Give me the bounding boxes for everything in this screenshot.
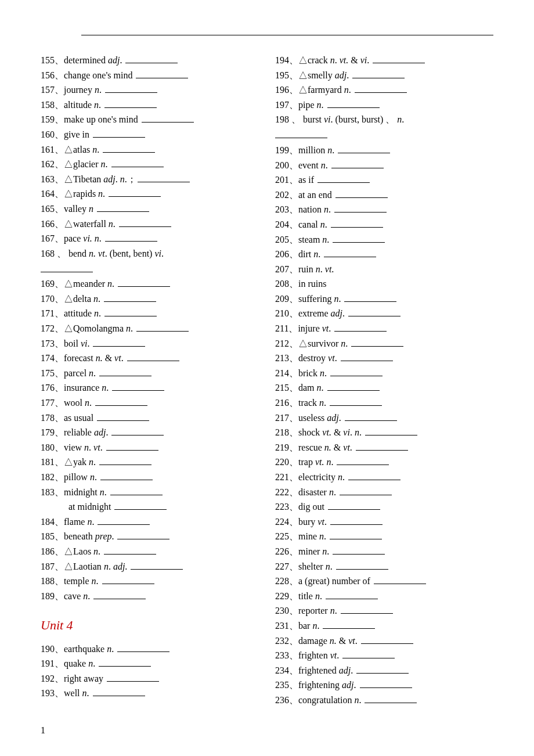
fill-blank[interactable] <box>275 129 327 138</box>
fill-blank[interactable] <box>119 218 171 226</box>
fill-blank[interactable] <box>351 337 403 346</box>
fill-blank[interactable] <box>330 367 383 376</box>
fill-blank[interactable] <box>334 204 387 213</box>
entry-number: 218、 <box>275 427 298 437</box>
fill-blank[interactable] <box>356 664 409 673</box>
fill-blank[interactable] <box>95 397 147 406</box>
fill-blank[interactable] <box>100 471 153 480</box>
fill-blank[interactable] <box>317 174 370 183</box>
fill-blank[interactable] <box>330 516 383 524</box>
fill-blank[interactable] <box>97 203 149 212</box>
fill-blank[interactable] <box>341 352 393 361</box>
fill-blank[interactable] <box>356 441 408 450</box>
fill-blank[interactable] <box>93 337 145 346</box>
part-of-speech: n <box>92 576 96 586</box>
fill-blank[interactable] <box>344 293 396 302</box>
fill-blank[interactable] <box>340 486 392 495</box>
fill-blank[interactable] <box>107 672 159 681</box>
fill-blank[interactable] <box>41 263 93 272</box>
fill-blank[interactable] <box>127 352 179 361</box>
entry-text: . <box>345 339 350 348</box>
fill-blank[interactable] <box>105 233 157 242</box>
fill-blank[interactable] <box>106 441 158 450</box>
fill-blank[interactable] <box>330 531 382 539</box>
entry-number: 216、 <box>275 398 298 408</box>
part-of-speech: vt. <box>340 55 351 65</box>
fill-blank[interactable] <box>352 69 405 78</box>
fill-blank[interactable] <box>93 129 145 138</box>
fill-blank[interactable] <box>102 575 154 584</box>
fill-blank[interactable] <box>361 635 413 643</box>
fill-blank[interactable] <box>331 159 384 168</box>
entry-number: 232、 <box>275 636 298 646</box>
fill-blank[interactable] <box>93 687 145 696</box>
fill-blank[interactable] <box>360 679 412 688</box>
fill-blank[interactable] <box>138 173 190 182</box>
fill-blank[interactable] <box>374 575 426 584</box>
fill-blank[interactable] <box>125 55 178 63</box>
entry-number: 192、 <box>41 674 64 683</box>
fill-blank[interactable] <box>131 560 183 569</box>
fill-blank[interactable] <box>365 694 417 703</box>
fill-blank[interactable] <box>328 501 380 510</box>
fill-blank[interactable] <box>104 546 156 555</box>
fill-blank[interactable] <box>97 412 149 420</box>
fill-blank[interactable] <box>99 456 151 465</box>
entry-text: . <box>327 546 331 556</box>
fill-blank[interactable] <box>111 159 164 167</box>
fill-blank[interactable] <box>93 590 146 599</box>
fill-blank[interactable] <box>109 188 161 197</box>
fill-blank[interactable] <box>324 249 376 257</box>
fill-blank[interactable] <box>142 114 194 123</box>
fill-blank[interactable] <box>105 84 157 93</box>
fill-blank[interactable] <box>111 427 164 435</box>
fill-blank[interactable] <box>345 412 397 420</box>
fill-blank[interactable] <box>99 367 151 376</box>
vocab-entry: 199、million n. <box>275 143 493 158</box>
fill-blank[interactable] <box>365 427 417 435</box>
fill-blank[interactable] <box>104 99 157 107</box>
entry-number: 198 、 <box>275 114 303 124</box>
fill-blank[interactable] <box>333 233 385 242</box>
fill-blank[interactable] <box>330 397 382 406</box>
fill-blank[interactable] <box>348 471 400 480</box>
fill-blank[interactable] <box>99 658 151 667</box>
fill-blank[interactable] <box>338 145 390 153</box>
entry-number: 203、 <box>275 204 298 214</box>
entry-number: 190、 <box>41 644 64 654</box>
fill-blank[interactable] <box>136 323 189 332</box>
fill-blank[interactable] <box>355 84 407 93</box>
fill-blank[interactable] <box>323 620 375 629</box>
entry-number: 228、 <box>275 576 298 586</box>
entry-text: as if <box>298 175 316 185</box>
fill-blank[interactable] <box>342 650 395 658</box>
fill-blank[interactable] <box>331 219 383 228</box>
fill-blank[interactable] <box>112 382 164 391</box>
fill-blank[interactable] <box>341 605 393 614</box>
fill-blank[interactable] <box>104 308 157 316</box>
fill-blank[interactable] <box>336 560 388 569</box>
fill-blank[interactable] <box>334 323 387 332</box>
fill-blank[interactable] <box>114 501 167 510</box>
fill-blank[interactable] <box>117 643 169 651</box>
entry-text: steam <box>298 235 322 244</box>
fill-blank[interactable] <box>110 486 163 495</box>
unit-header: Unit 4 <box>41 615 259 635</box>
fill-blank[interactable] <box>117 531 169 539</box>
fill-blank[interactable] <box>327 99 380 107</box>
vocab-entry: 226、miner n. <box>275 544 493 559</box>
entry-word: midnight n. <box>64 487 109 497</box>
fill-blank[interactable] <box>373 55 425 63</box>
fill-blank[interactable] <box>335 189 388 197</box>
fill-blank[interactable] <box>348 308 400 316</box>
entry-word: at midnight <box>68 502 113 512</box>
fill-blank[interactable] <box>136 69 188 78</box>
fill-blank[interactable] <box>326 590 378 599</box>
fill-blank[interactable] <box>333 546 385 555</box>
fill-blank[interactable] <box>103 143 155 152</box>
fill-blank[interactable] <box>98 516 150 524</box>
fill-blank[interactable] <box>337 456 389 465</box>
fill-blank[interactable] <box>118 278 170 287</box>
fill-blank[interactable] <box>104 293 156 302</box>
fill-blank[interactable] <box>327 382 380 391</box>
